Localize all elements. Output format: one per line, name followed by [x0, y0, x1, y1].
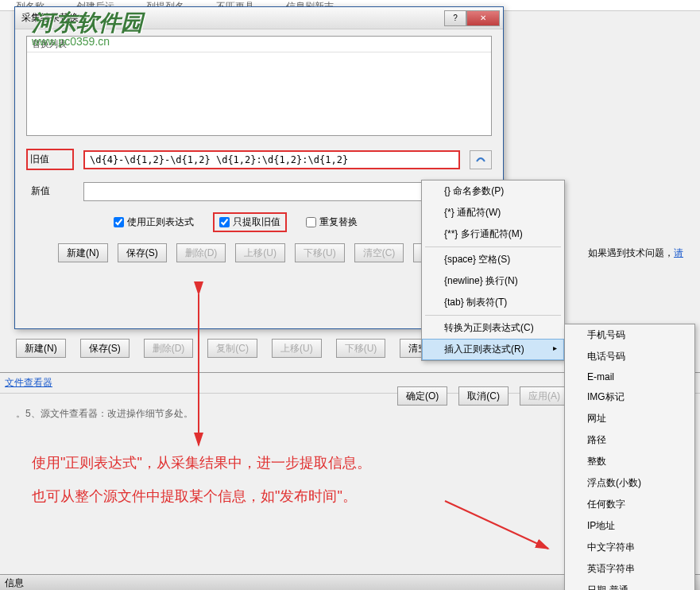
- outer-save-button[interactable]: 保存(S): [80, 339, 130, 358]
- menu-item[interactable]: 手机号码: [565, 324, 694, 346]
- titlebar: 采集结果替换 ? ✕: [15, 7, 503, 29]
- menu-item[interactable]: {**} 多行通配符(M): [422, 223, 564, 245]
- outer-delete-button[interactable]: 删除(D): [144, 339, 194, 358]
- down-button[interactable]: 下移(U): [295, 243, 345, 262]
- help-button[interactable]: ?: [444, 10, 466, 26]
- menu-item[interactable]: 日期-普通: [565, 580, 694, 590]
- ok-button[interactable]: 确定(O): [397, 386, 447, 406]
- clear-button[interactable]: 清空(C): [354, 243, 404, 262]
- menu-item[interactable]: 网址: [565, 408, 694, 429]
- use-regex-checkbox[interactable]: 使用正则表达式: [114, 215, 194, 229]
- side-help-text: 如果遇到技术问题，请: [588, 246, 683, 260]
- menu-item[interactable]: {*} 通配符(W): [422, 202, 564, 223]
- annotation-2: 也可从整个源文件中提取某个信息，如"发布时间"。: [32, 487, 357, 506]
- old-value-input[interactable]: [83, 150, 460, 169]
- new-value-label: 新值: [26, 181, 74, 201]
- menu-item[interactable]: {newline} 换行(N): [422, 270, 564, 292]
- new-button[interactable]: 新建(N): [58, 243, 108, 262]
- outer-copy-button[interactable]: 复制(C): [207, 339, 257, 358]
- outer-new-button[interactable]: 新建(N): [16, 339, 66, 358]
- menu-item[interactable]: 英语字符串: [565, 558, 694, 580]
- repeat-replace-checkbox[interactable]: 重复替换: [306, 215, 358, 229]
- menu-item[interactable]: 转换为正则表达式(C): [422, 317, 564, 339]
- new-value-input[interactable]: [83, 182, 460, 201]
- help-link[interactable]: 请: [674, 247, 683, 258]
- menu-item[interactable]: 中文字符串: [565, 537, 694, 558]
- menu-item[interactable]: 电话号码: [565, 346, 694, 367]
- menu-item[interactable]: 路径: [565, 429, 694, 451]
- outer-up-button[interactable]: 上移(U): [272, 339, 322, 358]
- extract-only-checkbox[interactable]: 只提取旧值: [219, 215, 280, 229]
- file-viewer-link[interactable]: 文件查看器: [5, 377, 52, 388]
- old-value-label: 旧值: [26, 149, 74, 170]
- menu-item[interactable]: IP地址: [565, 515, 694, 537]
- svg-line-1: [445, 501, 548, 549]
- menu-item[interactable]: 插入正则表达式(R): [422, 339, 564, 360]
- description-text: 。5、源文件查看器：改进操作细节多处。: [16, 407, 193, 421]
- menu-item[interactable]: 整数: [565, 451, 694, 472]
- menu-item[interactable]: {tab} 制表符(T): [422, 292, 564, 313]
- regex-preset-menu: 手机号码电话号码E-mailIMG标记网址路径整数浮点数(小数)任何数字IP地址…: [564, 324, 695, 590]
- apply-button[interactable]: 应用(A): [520, 386, 569, 406]
- close-button[interactable]: ✕: [466, 10, 500, 26]
- menu-item[interactable]: E-mail: [565, 367, 694, 386]
- delete-button[interactable]: 删除(D): [176, 243, 226, 262]
- save-button[interactable]: 保存(S): [118, 243, 167, 262]
- dialog-title: 采集结果替换: [18, 11, 444, 25]
- menu-item[interactable]: 任何数字: [565, 494, 694, 515]
- annotation-1: 使用"正则表达式"，从采集结果中，进一步提取信息。: [32, 453, 371, 472]
- old-value-helper-icon[interactable]: [470, 150, 492, 169]
- menu-item[interactable]: {space} 空格(S): [422, 249, 564, 270]
- replace-list[interactable]: 替换列表: [26, 36, 492, 136]
- cancel-button[interactable]: 取消(C): [458, 386, 509, 406]
- menu-item[interactable]: IMG标记: [565, 386, 694, 408]
- outer-down-button[interactable]: 下移(U): [336, 339, 386, 358]
- insert-token-menu: {} 命名参数(P){*} 通配符(W){**} 多行通配符(M){space}…: [421, 180, 565, 361]
- menu-item[interactable]: 浮点数(小数): [565, 472, 694, 494]
- menu-item[interactable]: {} 命名参数(P): [422, 180, 564, 202]
- up-button[interactable]: 上移(U): [235, 243, 285, 262]
